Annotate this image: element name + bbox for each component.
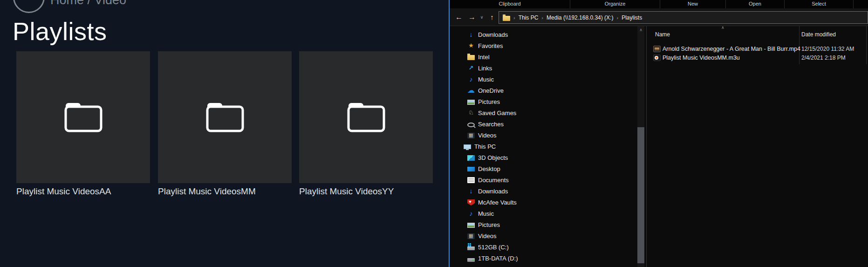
navigation-pane: Downloads Favorites Intel Links Music On… — [450, 26, 646, 267]
scrollbar-thumb[interactable] — [637, 127, 644, 263]
nav-item-3d-objects[interactable]: 3D Objects — [450, 152, 508, 163]
nav-item-label: Downloads — [478, 188, 508, 195]
nav-item-label: Documents — [478, 177, 509, 184]
file-row[interactable]: Arnold Schwarzenegger - A Great Man - Bi… — [647, 44, 865, 53]
nav-item-label: 512GB (C:) — [478, 244, 509, 251]
nav-item-searches[interactable]: Searches — [450, 118, 504, 130]
music-note-icon — [467, 210, 475, 217]
up-button[interactable]: ↑ — [487, 11, 497, 24]
ribbon-group-open: Open — [726, 0, 785, 8]
nav-item-label: Music — [478, 76, 494, 83]
nav-item-label: Saved Games — [478, 110, 516, 116]
nav-item-links[interactable]: Links — [450, 62, 492, 74]
ribbon-filler — [854, 0, 868, 8]
file-explorer-window: Clipboard Organize New Open Select ← → ∨… — [449, 0, 868, 267]
system-drive-icon — [467, 246, 475, 250]
nav-item-drive-c[interactable]: 512GB (C:) — [450, 241, 509, 253]
nav-item-label: McAfee Vaults — [478, 199, 517, 206]
back-button[interactable]: ← — [13, 0, 45, 13]
music-note-icon — [467, 75, 475, 83]
media-app-window: ← Home / Video Playlists Playlist Music … — [0, 0, 449, 267]
link-arrow-icon — [467, 64, 475, 72]
nav-item-pictures-pc[interactable]: Pictures — [450, 219, 500, 230]
nav-item-label: This PC — [474, 143, 496, 150]
nav-item-music[interactable]: Music — [450, 74, 494, 85]
nav-item-music-pc[interactable]: Music — [450, 208, 494, 219]
folder-icon — [467, 55, 475, 60]
scrollbar-up-icon[interactable]: ∧ — [637, 27, 644, 33]
playlist-tile[interactable] — [16, 51, 150, 183]
nav-item-label: Pictures — [478, 98, 500, 105]
nav-item-saved-games[interactable]: Saved Games — [450, 107, 516, 118]
address-folder-icon — [503, 16, 510, 21]
sort-ascending-icon[interactable]: ∧ — [721, 25, 724, 30]
playlist-tile-label[interactable]: Playlist Music VideosAA — [16, 186, 111, 197]
nav-item-drive-d[interactable]: 1TB-DATA (D:) — [450, 253, 518, 264]
ribbon-group-organize: Organize — [570, 0, 660, 8]
file-name[interactable]: Arnold Schwarzenegger - A Great Man - Bi… — [663, 46, 800, 52]
nav-item-downloads[interactable]: Downloads — [450, 29, 508, 40]
recent-locations-dropdown-icon[interactable]: ∨ — [478, 11, 485, 24]
folder-icon — [64, 102, 103, 133]
navigation-toolbar: ← → ∨ ↑ › This PC › Media (\\192.168.0.3… — [450, 8, 868, 26]
nav-item-mcafee-vaults[interactable]: McAfee Vaults — [450, 197, 517, 208]
film-icon — [467, 133, 475, 138]
playlist-tile-label[interactable]: Playlist Music VideosYY — [299, 186, 394, 197]
address-bar[interactable]: › This PC › Media (\\192.168.0.34) (X:) … — [499, 11, 868, 24]
nav-item-drive-cutoff[interactable] — [450, 264, 478, 267]
nav-item-favorites[interactable]: Favorites — [450, 40, 503, 51]
forward-button[interactable]: → — [466, 11, 478, 24]
breadcrumb-this-pc[interactable]: This PC — [519, 14, 539, 21]
playlist-tile-label[interactable]: Playlist Music VideosMM — [158, 186, 256, 197]
file-row[interactable]: Playlist Music VideosMM.m3u 2/4/2021 2:1… — [647, 53, 865, 62]
cube-icon — [467, 155, 475, 161]
nav-item-documents[interactable]: Documents — [450, 174, 509, 185]
folder-icon — [205, 102, 245, 133]
shield-icon — [467, 199, 475, 205]
column-header-name[interactable]: Name — [655, 30, 670, 39]
nav-item-label: Intel — [478, 54, 490, 61]
nav-item-label: Pictures — [478, 221, 500, 228]
file-name[interactable]: Playlist Music VideosMM.m3u — [663, 55, 740, 61]
nav-item-label: Downloads — [478, 31, 508, 38]
drive-icon — [467, 258, 475, 262]
breadcrumb-chevron-icon: › — [513, 15, 515, 21]
page-title: Playlists — [13, 17, 107, 46]
breadcrumb-chevron-icon: › — [541, 15, 543, 21]
breadcrumb-playlists[interactable]: Playlists — [622, 14, 642, 21]
back-button[interactable]: ← — [453, 11, 465, 24]
file-date-modified: 12/15/2020 11:32 AM — [801, 46, 854, 52]
playlist-tile[interactable] — [158, 51, 292, 183]
column-separator[interactable] — [866, 26, 867, 64]
nav-item-this-pc[interactable]: This PC — [450, 141, 496, 152]
nav-item-label: Favorites — [478, 42, 503, 49]
breadcrumb[interactable]: Home / Video — [50, 0, 126, 7]
document-icon — [467, 177, 475, 183]
cloud-icon — [467, 87, 475, 94]
saved-games-icon — [467, 109, 475, 116]
picture-icon — [467, 223, 475, 228]
nav-item-videos[interactable]: Videos — [450, 130, 497, 141]
nav-item-downloads-pc[interactable]: Downloads — [450, 185, 508, 197]
nav-item-intel[interactable]: Intel — [450, 51, 490, 62]
screen: ← Home / Video Playlists Playlist Music … — [0, 0, 868, 267]
file-date-modified: 2/4/2021 2:18 PM — [801, 55, 846, 61]
star-icon — [467, 42, 475, 49]
nav-item-desktop[interactable]: Desktop — [450, 163, 500, 174]
nav-item-onedrive[interactable]: OneDrive — [450, 85, 504, 96]
desktop-icon — [467, 167, 475, 171]
playlist-tile[interactable] — [299, 51, 433, 183]
nav-pane-scrollbar[interactable]: ∧ — [637, 26, 644, 267]
nav-item-label: OneDrive — [478, 87, 504, 94]
computer-icon — [464, 144, 471, 149]
download-icon — [467, 31, 475, 38]
column-header-date-modified[interactable]: Date modified — [801, 30, 836, 39]
nav-item-label: Videos — [478, 132, 497, 139]
explorer-content: Downloads Favorites Intel Links Music On… — [450, 26, 868, 267]
nav-item-pictures[interactable]: Pictures — [450, 96, 500, 107]
breadcrumb-media-share[interactable]: Media (\\192.168.0.34) (X:) — [547, 14, 613, 21]
ribbon-group-new: New — [660, 0, 726, 8]
nav-item-videos-pc[interactable]: Videos — [450, 230, 497, 241]
ribbon-group-select: Select — [785, 0, 854, 8]
search-icon — [467, 123, 475, 127]
